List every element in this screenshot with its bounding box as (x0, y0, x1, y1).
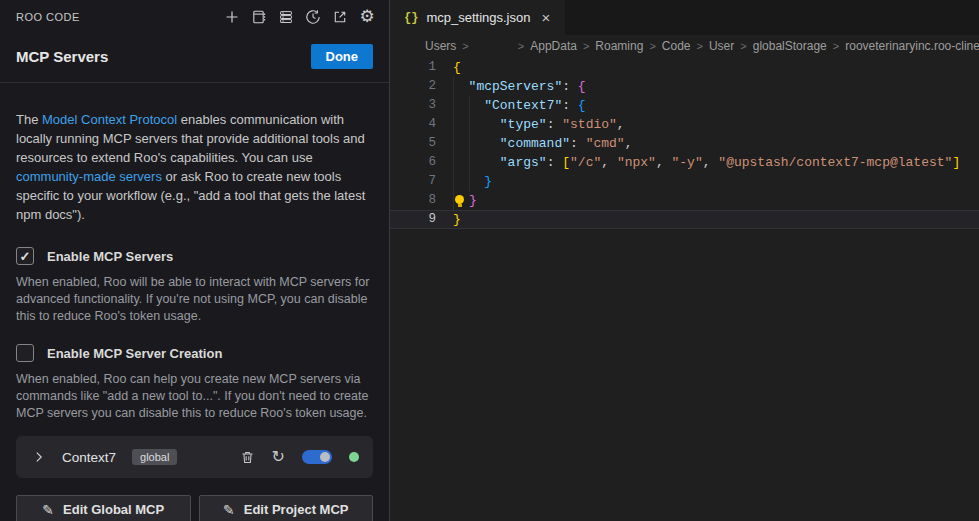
line-number: 5 (390, 134, 436, 153)
open-in-editor-icon[interactable] (330, 7, 350, 27)
code-line[interactable]: 2 "mcpServers": { (390, 77, 979, 96)
breadcrumb-segment[interactable]: Code (662, 39, 691, 53)
edit-project-mcp-button[interactable]: ✎ Edit Project MCP (199, 495, 374, 521)
code-token: { (578, 79, 586, 94)
enable-mcp-creation-row: Enable MCP Server Creation (16, 344, 373, 362)
breadcrumb-segment[interactable]: rooveterinaryinc.roo-cline (845, 39, 979, 53)
tab-close-icon[interactable]: × (538, 9, 553, 26)
breadcrumb-segment[interactable]: globalStorage (753, 39, 827, 53)
line-content: "Context7": { (436, 96, 586, 115)
code-line[interactable]: 1{ (390, 58, 979, 77)
line-number: 7 (390, 172, 436, 191)
code-token: "command" (500, 136, 570, 151)
extension-title: ROO CODE (16, 11, 80, 23)
checkmark-icon: ✓ (20, 250, 31, 263)
code-token: : (562, 98, 578, 113)
code-token: : (547, 155, 563, 170)
code-line[interactable]: 9} (390, 210, 979, 229)
line-number: 8 (390, 191, 436, 210)
line-number: 2 (390, 77, 436, 96)
settings-gear-icon[interactable]: ⚙ (357, 7, 377, 27)
line-content: { (436, 58, 461, 77)
breadcrumb-separator-icon: > (518, 40, 524, 52)
enable-mcp-servers-description: When enabled, Roo will be able to intera… (16, 274, 373, 325)
code-token (453, 174, 484, 189)
breadcrumb-segment[interactable]: User (709, 39, 734, 53)
breadcrumb-separator-icon: > (583, 40, 589, 52)
restart-server-refresh-icon[interactable]: ↻ (272, 449, 285, 465)
tab-filename: mcp_settings.json (426, 10, 530, 25)
code-line[interactable]: 4 "type": "stdio", (390, 115, 979, 134)
code-line[interactable]: 6 "args": ["/c", "npx", "-y", "@upstash/… (390, 153, 979, 172)
breadcrumb-separator-icon: > (649, 40, 655, 52)
mcp-server-icon[interactable] (276, 7, 296, 27)
server-scope-badge: global (132, 449, 177, 465)
delete-server-trash-icon[interactable] (240, 450, 255, 465)
breadcrumb-separator-icon: > (740, 40, 746, 52)
mcp-protocol-link[interactable]: Model Context Protocol (42, 112, 177, 127)
code-token: } (484, 174, 492, 189)
breadcrumb: Users>>AppData>Roaming>Code>User>globalS… (390, 35, 979, 57)
toggle-knob (320, 452, 330, 462)
code-token: "@upstash/context7-mcp@latest" (718, 155, 952, 170)
server-actions: ↻ (240, 449, 359, 465)
code-token: : (570, 136, 586, 151)
server-enabled-toggle[interactable] (302, 450, 332, 464)
code-token: { (453, 60, 461, 75)
code-token: : (562, 79, 578, 94)
done-button[interactable]: Done (311, 44, 374, 69)
breadcrumb-separator-icon: > (697, 40, 703, 52)
breadcrumb-separator-icon: > (833, 40, 839, 52)
server-status-dot (349, 452, 359, 462)
enable-mcp-creation-checkbox[interactable] (16, 344, 34, 362)
code-token: , (617, 117, 625, 132)
enable-mcp-servers-checkbox[interactable]: ✓ (16, 247, 34, 265)
line-number: 9 (390, 211, 436, 228)
line-content: "command": "cmd", (436, 134, 632, 153)
pencil-icon: ✎ (42, 502, 54, 518)
breadcrumb-segment[interactable]: Users (425, 39, 456, 53)
community-servers-link[interactable]: community-made servers (16, 169, 162, 184)
history-icon[interactable] (303, 7, 323, 27)
chevron-right-icon[interactable] (30, 448, 48, 466)
new-task-plus-icon[interactable] (222, 7, 242, 27)
prompts-notebook-icon[interactable] (249, 7, 269, 27)
code-token (453, 136, 500, 151)
line-number: 4 (390, 115, 436, 134)
code-token: } (469, 193, 477, 208)
code-token (453, 79, 469, 94)
json-file-icon: {} (404, 11, 418, 25)
code-line[interactable]: 3 "Context7": { (390, 96, 979, 115)
line-content: } (436, 211, 461, 228)
code-lines: 1{2 "mcpServers": {3 "Context7": {4 "typ… (390, 58, 979, 229)
intro-text: The Model Context Protocol enables commu… (16, 110, 373, 224)
code-token: , (601, 155, 617, 170)
roo-code-sidebar: ROO CODE (0, 0, 389, 521)
code-token: , (656, 155, 672, 170)
code-token: , (703, 155, 719, 170)
line-content: "type": "stdio", (436, 115, 625, 134)
code-token: [ (562, 155, 570, 170)
page-header: MCP Servers Done (16, 44, 373, 69)
code-token: "stdio" (562, 117, 617, 132)
code-token: "-y" (672, 155, 703, 170)
line-content: "args": ["/c", "npx", "-y", "@upstash/co… (436, 153, 960, 172)
enable-mcp-servers-label: Enable MCP Servers (47, 249, 173, 264)
code-line[interactable]: 8} (390, 191, 979, 210)
tab-mcp-settings-json[interactable]: {} mcp_settings.json × (390, 0, 565, 35)
line-content: } (436, 172, 492, 191)
code-line[interactable]: 5 "command": "cmd", (390, 134, 979, 153)
code-editor[interactable]: 1{2 "mcpServers": {3 "Context7": {4 "typ… (390, 57, 979, 229)
lightbulb-icon[interactable] (453, 191, 469, 210)
mcp-server-item[interactable]: Context7 global ↻ (16, 436, 373, 478)
code-token: } (453, 212, 461, 227)
sidebar-header: ROO CODE (0, 0, 389, 33)
code-token: "cmd" (586, 136, 625, 151)
breadcrumb-segment[interactable]: Roaming (595, 39, 643, 53)
code-token: "/c" (570, 155, 601, 170)
line-number: 3 (390, 96, 436, 115)
breadcrumb-segment[interactable]: AppData (530, 39, 577, 53)
line-number: 1 (390, 58, 436, 77)
edit-global-mcp-button[interactable]: ✎ Edit Global MCP (16, 495, 191, 521)
code-line[interactable]: 7 } (390, 172, 979, 191)
